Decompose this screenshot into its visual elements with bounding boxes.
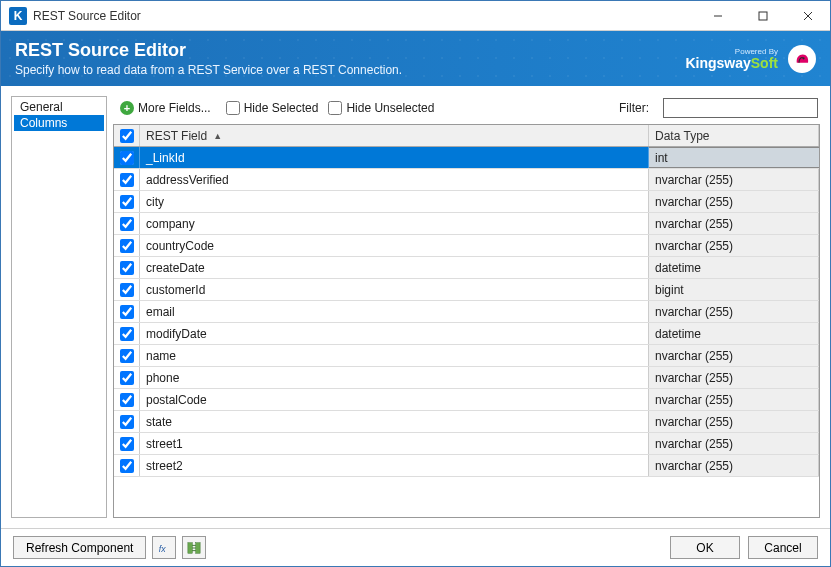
expression-editor-button[interactable]: fx	[152, 536, 176, 559]
svg-rect-7	[196, 542, 200, 553]
toolbar: + More Fields... Hide Selected Hide Unse…	[113, 96, 820, 124]
header-checkbox[interactable]	[114, 125, 140, 146]
row-data-type[interactable]: nvarchar (255)	[649, 389, 819, 410]
row-data-type[interactable]: int	[649, 147, 819, 168]
row-field[interactable]: postalCode	[140, 389, 649, 410]
header-data-type[interactable]: Data Type	[649, 125, 819, 146]
app-icon: K	[9, 7, 27, 25]
row-data-type[interactable]: datetime	[649, 323, 819, 344]
row-checkbox[interactable]	[114, 213, 140, 234]
row-data-type[interactable]: nvarchar (255)	[649, 367, 819, 388]
banner-subtitle: Specify how to read data from a REST Ser…	[15, 63, 685, 77]
table-row[interactable]: postalCodenvarchar (255)	[114, 389, 819, 411]
row-data-type[interactable]: nvarchar (255)	[649, 411, 819, 432]
prestashop-logo-icon	[788, 45, 816, 73]
row-data-type[interactable]: datetime	[649, 257, 819, 278]
grid-body[interactable]: _LinkIdintaddressVerifiednvarchar (255)c…	[114, 147, 819, 517]
row-checkbox[interactable]	[114, 455, 140, 476]
columns-grid: REST Field ▲ Data Type _LinkIdintaddress…	[113, 124, 820, 518]
row-checkbox[interactable]	[114, 279, 140, 300]
row-data-type[interactable]: nvarchar (255)	[649, 169, 819, 190]
banner-heading: REST Source Editor	[15, 40, 685, 61]
row-field[interactable]: countryCode	[140, 235, 649, 256]
maximize-button[interactable]	[740, 1, 785, 31]
hide-selected-checkbox[interactable]: Hide Selected	[226, 101, 319, 115]
row-data-type[interactable]: nvarchar (255)	[649, 301, 819, 322]
more-fields-button[interactable]: + More Fields...	[115, 99, 216, 117]
row-field[interactable]: name	[140, 345, 649, 366]
row-data-type[interactable]: bigint	[649, 279, 819, 300]
main: GeneralColumns + More Fields... Hide Sel…	[1, 86, 830, 528]
table-row[interactable]: citynvarchar (255)	[114, 191, 819, 213]
row-field[interactable]: city	[140, 191, 649, 212]
row-checkbox[interactable]	[114, 367, 140, 388]
row-field[interactable]: createDate	[140, 257, 649, 278]
row-field[interactable]: street2	[140, 455, 649, 476]
table-row[interactable]: modifyDatedatetime	[114, 323, 819, 345]
content: + More Fields... Hide Selected Hide Unse…	[113, 96, 820, 518]
row-checkbox[interactable]	[114, 411, 140, 432]
row-checkbox[interactable]	[114, 147, 140, 168]
minimize-button[interactable]	[695, 1, 740, 31]
titlebar: K REST Source Editor	[1, 1, 830, 31]
filter-input[interactable]	[663, 98, 818, 118]
table-row[interactable]: createDatedatetime	[114, 257, 819, 279]
banner: REST Source Editor Specify how to read d…	[1, 31, 830, 86]
svg-text:fx: fx	[159, 543, 166, 553]
row-checkbox[interactable]	[114, 389, 140, 410]
row-field[interactable]: street1	[140, 433, 649, 454]
ok-button[interactable]: OK	[670, 536, 740, 559]
close-button[interactable]	[785, 1, 830, 31]
row-checkbox[interactable]	[114, 257, 140, 278]
sort-asc-icon: ▲	[213, 131, 222, 141]
refresh-component-button[interactable]: Refresh Component	[13, 536, 146, 559]
svg-rect-6	[188, 542, 192, 553]
hide-unselected-checkbox[interactable]: Hide Unselected	[328, 101, 434, 115]
table-row[interactable]: addressVerifiednvarchar (255)	[114, 169, 819, 191]
table-row[interactable]: _LinkIdint	[114, 147, 819, 169]
row-checkbox[interactable]	[114, 301, 140, 322]
row-data-type[interactable]: nvarchar (255)	[649, 191, 819, 212]
row-checkbox[interactable]	[114, 323, 140, 344]
row-field[interactable]: email	[140, 301, 649, 322]
column-map-button[interactable]	[182, 536, 206, 559]
row-checkbox[interactable]	[114, 169, 140, 190]
table-row[interactable]: emailnvarchar (255)	[114, 301, 819, 323]
row-checkbox[interactable]	[114, 433, 140, 454]
row-data-type[interactable]: nvarchar (255)	[649, 213, 819, 234]
sidebar-item-general[interactable]: General	[14, 99, 104, 115]
cancel-button[interactable]: Cancel	[748, 536, 818, 559]
header-rest-field[interactable]: REST Field ▲	[140, 125, 649, 146]
row-field[interactable]: modifyDate	[140, 323, 649, 344]
sidebar: GeneralColumns	[11, 96, 107, 518]
footer: Refresh Component fx OK Cancel	[1, 528, 830, 566]
table-row[interactable]: phonenvarchar (255)	[114, 367, 819, 389]
plus-icon: +	[120, 101, 134, 115]
row-checkbox[interactable]	[114, 345, 140, 366]
kingswaysoft-logo: Powered By KingswaySoft	[685, 48, 778, 70]
row-field[interactable]: addressVerified	[140, 169, 649, 190]
table-row[interactable]: street1nvarchar (255)	[114, 433, 819, 455]
row-field[interactable]: customerId	[140, 279, 649, 300]
filter-label: Filter:	[619, 101, 649, 115]
sidebar-item-columns[interactable]: Columns	[14, 115, 104, 131]
grid-header: REST Field ▲ Data Type	[114, 125, 819, 147]
svg-rect-1	[759, 12, 767, 20]
row-checkbox[interactable]	[114, 235, 140, 256]
table-row[interactable]: statenvarchar (255)	[114, 411, 819, 433]
table-row[interactable]: countryCodenvarchar (255)	[114, 235, 819, 257]
table-row[interactable]: street2nvarchar (255)	[114, 455, 819, 477]
row-checkbox[interactable]	[114, 191, 140, 212]
row-field[interactable]: phone	[140, 367, 649, 388]
row-field[interactable]: _LinkId	[140, 147, 649, 168]
table-row[interactable]: companynvarchar (255)	[114, 213, 819, 235]
table-row[interactable]: customerIdbigint	[114, 279, 819, 301]
row-data-type[interactable]: nvarchar (255)	[649, 345, 819, 366]
row-field[interactable]: state	[140, 411, 649, 432]
row-data-type[interactable]: nvarchar (255)	[649, 433, 819, 454]
window-title: REST Source Editor	[33, 9, 141, 23]
row-field[interactable]: company	[140, 213, 649, 234]
table-row[interactable]: namenvarchar (255)	[114, 345, 819, 367]
row-data-type[interactable]: nvarchar (255)	[649, 235, 819, 256]
row-data-type[interactable]: nvarchar (255)	[649, 455, 819, 476]
